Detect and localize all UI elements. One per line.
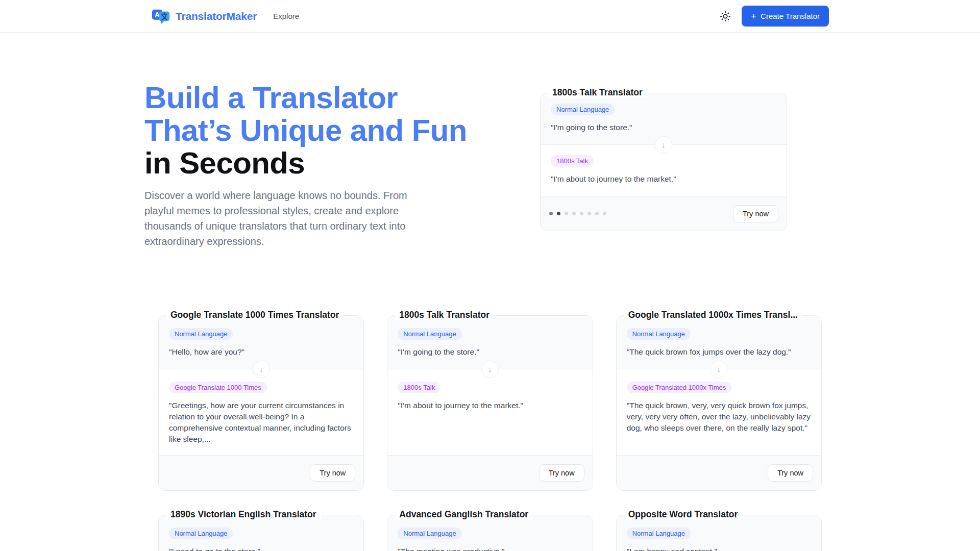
down-arrow-icon: ↓ (710, 361, 727, 378)
source-text: "Hello, how are you?" (169, 346, 353, 358)
plus-icon: + (751, 11, 756, 21)
card-target-section: 1800s Talk "I'm about to journey to the … (387, 369, 592, 455)
featured-translator-card: 1800s Talk Translator Normal Language "I… (540, 93, 787, 231)
divider: ↓ (159, 369, 363, 369)
try-now-button[interactable]: Try now (733, 205, 778, 222)
source-text: "I'm going to the store." (551, 122, 776, 133)
card-source-section: Normal Language "I need to go to the sto… (159, 515, 363, 551)
target-text: "Greetings, how are your current circums… (169, 400, 353, 445)
try-now-button[interactable]: Try now (539, 464, 584, 482)
source-text: "The meeting was productive." (398, 546, 582, 551)
target-style-badge: 1800s Talk (398, 382, 440, 393)
theme-toggle-button[interactable] (716, 7, 734, 26)
card-target-section: Google Translated 1000x Times "The quick… (617, 369, 821, 455)
brand-name: TranslatorMaker (176, 10, 257, 22)
carousel-dots[interactable] (549, 212, 606, 215)
down-arrow-icon: ↓ (253, 361, 270, 378)
carousel-dot[interactable] (595, 212, 599, 215)
divider: ↓ (541, 144, 787, 145)
page: A TranslatorMaker Explore (0, 0, 980, 551)
featured-card-footer: Try now (541, 196, 787, 231)
card-target-section: Google Translate 1000 Times "Greetings, … (159, 369, 363, 455)
card-footer: Try now (387, 455, 592, 490)
source-language-badge: Normal Language (398, 328, 461, 340)
card-source-section: Normal Language "The meeting was product… (387, 515, 592, 551)
hero-description: Discover a world where language knows no… (144, 188, 433, 249)
card-footer: Try now (617, 455, 821, 490)
carousel-dot[interactable] (572, 212, 576, 215)
carousel-dot[interactable] (603, 212, 606, 215)
carousel-dot[interactable] (549, 212, 553, 215)
hero-title: Build a Translator That’s Unique and Fun… (144, 82, 471, 180)
card-title: Google Translated 1000x Times Transl... (624, 310, 802, 320)
target-text: "The quick brown, very, very quick brown… (627, 400, 811, 434)
carousel-dot[interactable] (580, 212, 583, 215)
source-text: "The quick brown fox jumps over the lazy… (627, 346, 811, 358)
divider: ↓ (387, 369, 592, 369)
source-language-badge: Normal Language (627, 328, 691, 340)
target-style-badge: Google Translated 1000x Times (627, 382, 732, 393)
try-now-button[interactable]: Try now (310, 464, 355, 482)
card-title: Opposite Word Translator (624, 509, 743, 520)
featured-card-title: 1800s Talk Translator (548, 87, 647, 98)
hero-section: Build a Translator That’s Unique and Fun… (0, 33, 980, 249)
brand-home-link[interactable]: A TranslatorMaker (151, 7, 257, 26)
hero-title-line2: That’s Unique and Fun (144, 114, 471, 147)
translator-card: Google Translated 1000x Times Transl... … (616, 315, 822, 491)
card-title: 1890s Victorian English Translator (166, 509, 321, 520)
source-text: "I need to go to the store." (169, 546, 353, 551)
carousel-dot[interactable] (557, 212, 560, 215)
hero-title-line3: in Seconds (144, 147, 471, 180)
translator-card: Advanced Ganglish Translator Normal Lang… (387, 515, 593, 551)
source-language-badge: Normal Language (551, 104, 615, 115)
create-translator-button[interactable]: + Create Translator (742, 6, 829, 27)
down-arrow-icon: ↓ (655, 136, 672, 154)
down-arrow-icon: ↓ (481, 361, 499, 378)
translate-logo-icon: A (151, 7, 170, 26)
source-text: "I am happy and content." (627, 546, 811, 551)
translator-card: 1890s Victorian English Translator Norma… (158, 515, 364, 551)
create-translator-label: Create Translator (761, 12, 820, 20)
source-language-badge: Normal Language (398, 528, 461, 539)
target-text: "I'm about to journey to the market." (551, 173, 776, 185)
translator-card: Google Translate 1000 Times Translator N… (158, 315, 364, 491)
translator-card: Opposite Word Translator Normal Language… (616, 515, 822, 551)
card-title: 1800s Talk Translator (395, 310, 494, 320)
translator-card: 1800s Talk Translator Normal Language "I… (387, 315, 593, 491)
target-style-badge: Google Translate 1000 Times (169, 382, 267, 393)
source-language-badge: Normal Language (169, 528, 233, 539)
carousel-dot[interactable] (565, 212, 568, 215)
target-style-badge: 1800s Talk (551, 155, 594, 167)
hero-title-line1: Build a Translator (144, 82, 471, 114)
target-text: "I'm about to journey to the market." (398, 400, 582, 411)
divider: ↓ (617, 369, 821, 369)
card-title: Google Translate 1000 Times Translator (166, 310, 344, 320)
carousel-dot[interactable] (587, 212, 591, 215)
card-title: Advanced Ganglish Translator (395, 509, 533, 520)
source-language-badge: Normal Language (627, 528, 691, 539)
source-text: "I'm going to the store." (398, 346, 582, 358)
card-footer: Try now (159, 455, 363, 490)
try-now-button[interactable]: Try now (768, 464, 813, 482)
nav-explore[interactable]: Explore (273, 12, 299, 20)
source-language-badge: Normal Language (169, 328, 233, 340)
app-header: A TranslatorMaker Explore (0, 0, 980, 33)
sun-icon (720, 11, 731, 22)
translators-grid: Google Translate 1000 Times Translator N… (158, 315, 822, 551)
card-source-section: Normal Language "I am happy and content.… (617, 515, 821, 551)
